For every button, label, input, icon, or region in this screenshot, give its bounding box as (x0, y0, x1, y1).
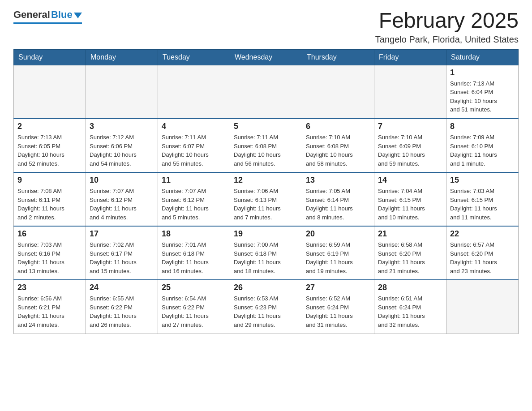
day-number: 20 (306, 229, 370, 239)
day-number: 7 (378, 122, 442, 131)
day-number: 27 (306, 283, 370, 292)
day-info: Sunrise: 7:13 AMSunset: 6:05 PMDaylight:… (17, 133, 82, 168)
day-info: Sunrise: 7:02 AMSunset: 6:17 PMDaylight:… (90, 240, 154, 275)
calendar-cell (14, 65, 86, 119)
calendar-cell: 6Sunrise: 7:10 AMSunset: 6:08 PMDaylight… (302, 119, 374, 172)
logo-triangle-icon (74, 13, 82, 18)
calendar-week-row: 23Sunrise: 6:56 AMSunset: 6:21 PMDayligh… (14, 280, 519, 334)
calendar-cell: 19Sunrise: 7:00 AMSunset: 6:18 PMDayligh… (230, 226, 302, 280)
calendar-cell: 23Sunrise: 6:56 AMSunset: 6:21 PMDayligh… (14, 280, 86, 334)
day-number: 19 (234, 229, 298, 239)
day-number: 10 (90, 176, 154, 185)
day-info: Sunrise: 6:54 AMSunset: 6:22 PMDaylight:… (162, 294, 226, 329)
day-info: Sunrise: 7:08 AMSunset: 6:11 PMDaylight:… (17, 187, 82, 222)
calendar-week-row: 1Sunrise: 7:13 AMSunset: 6:04 PMDaylight… (14, 65, 519, 119)
day-info: Sunrise: 7:11 AMSunset: 6:07 PMDaylight:… (162, 133, 226, 168)
calendar-cell: 9Sunrise: 7:08 AMSunset: 6:11 PMDaylight… (14, 172, 86, 226)
weekday-header-wednesday: Wednesday (230, 49, 302, 65)
calendar-cell: 22Sunrise: 6:57 AMSunset: 6:20 PMDayligh… (446, 226, 519, 280)
calendar-week-row: 2Sunrise: 7:13 AMSunset: 6:05 PMDaylight… (14, 119, 519, 172)
calendar-cell (302, 65, 374, 119)
day-number: 16 (17, 229, 82, 239)
calendar-cell: 27Sunrise: 6:52 AMSunset: 6:24 PMDayligh… (302, 280, 374, 334)
logo-general-text: General (13, 9, 50, 21)
day-number: 1 (450, 68, 515, 77)
day-number: 17 (90, 229, 154, 239)
logo-underline (13, 22, 82, 24)
day-info: Sunrise: 7:05 AMSunset: 6:14 PMDaylight:… (306, 187, 370, 222)
day-info: Sunrise: 7:06 AMSunset: 6:13 PMDaylight:… (234, 187, 298, 222)
calendar-cell: 14Sunrise: 7:04 AMSunset: 6:15 PMDayligh… (374, 172, 446, 226)
day-number: 14 (378, 176, 442, 185)
calendar-week-row: 16Sunrise: 7:03 AMSunset: 6:16 PMDayligh… (14, 226, 519, 280)
weekday-header-saturday: Saturday (446, 49, 519, 65)
calendar-cell: 4Sunrise: 7:11 AMSunset: 6:07 PMDaylight… (158, 119, 230, 172)
calendar-cell (158, 65, 230, 119)
weekday-header-friday: Friday (374, 49, 446, 65)
day-info: Sunrise: 7:04 AMSunset: 6:15 PMDaylight:… (378, 187, 442, 222)
day-info: Sunrise: 7:12 AMSunset: 6:06 PMDaylight:… (90, 133, 154, 168)
day-info: Sunrise: 6:56 AMSunset: 6:21 PMDaylight:… (17, 294, 82, 329)
logo-blue-text: Blue (51, 9, 73, 21)
day-number: 4 (162, 122, 226, 131)
day-number: 3 (90, 122, 154, 131)
calendar-cell: 5Sunrise: 7:11 AMSunset: 6:08 PMDaylight… (230, 119, 302, 172)
calendar-cell (86, 65, 158, 119)
calendar-cell: 25Sunrise: 6:54 AMSunset: 6:22 PMDayligh… (158, 280, 230, 334)
calendar-cell: 16Sunrise: 7:03 AMSunset: 6:16 PMDayligh… (14, 226, 86, 280)
day-number: 26 (234, 283, 298, 292)
calendar-cell: 10Sunrise: 7:07 AMSunset: 6:12 PMDayligh… (86, 172, 158, 226)
calendar-cell: 7Sunrise: 7:10 AMSunset: 6:09 PMDaylight… (374, 119, 446, 172)
day-number: 21 (378, 229, 442, 239)
day-number: 6 (306, 122, 370, 131)
calendar-cell: 2Sunrise: 7:13 AMSunset: 6:05 PMDaylight… (14, 119, 86, 172)
calendar-cell: 13Sunrise: 7:05 AMSunset: 6:14 PMDayligh… (302, 172, 374, 226)
day-info: Sunrise: 7:00 AMSunset: 6:18 PMDaylight:… (234, 240, 298, 275)
day-number: 15 (450, 176, 515, 185)
calendar-cell: 12Sunrise: 7:06 AMSunset: 6:13 PMDayligh… (230, 172, 302, 226)
day-number: 5 (234, 122, 298, 131)
day-number: 24 (90, 283, 154, 292)
day-info: Sunrise: 7:09 AMSunset: 6:10 PMDaylight:… (450, 133, 515, 168)
day-info: Sunrise: 7:07 AMSunset: 6:12 PMDaylight:… (162, 187, 226, 222)
calendar-table: SundayMondayTuesdayWednesdayThursdayFrid… (13, 49, 519, 334)
day-number: 22 (450, 229, 515, 239)
day-info: Sunrise: 7:03 AMSunset: 6:16 PMDaylight:… (17, 240, 82, 275)
calendar-cell (230, 65, 302, 119)
calendar-cell: 3Sunrise: 7:12 AMSunset: 6:06 PMDaylight… (86, 119, 158, 172)
title-block: February 2025 Tangelo Park, Florida, Uni… (375, 9, 519, 45)
calendar-cell (374, 65, 446, 119)
weekday-header-tuesday: Tuesday (158, 49, 230, 65)
day-number: 25 (162, 283, 226, 292)
calendar-cell: 15Sunrise: 7:03 AMSunset: 6:15 PMDayligh… (446, 172, 519, 226)
day-number: 9 (17, 176, 82, 185)
day-info: Sunrise: 7:07 AMSunset: 6:12 PMDaylight:… (90, 187, 154, 222)
day-info: Sunrise: 7:03 AMSunset: 6:15 PMDaylight:… (450, 187, 515, 222)
calendar-subtitle: Tangelo Park, Florida, United States (375, 34, 519, 45)
weekday-header-sunday: Sunday (14, 49, 86, 65)
day-info: Sunrise: 6:52 AMSunset: 6:24 PMDaylight:… (306, 294, 370, 329)
weekday-header-row: SundayMondayTuesdayWednesdayThursdayFrid… (14, 49, 519, 65)
calendar-cell: 21Sunrise: 6:58 AMSunset: 6:20 PMDayligh… (374, 226, 446, 280)
day-info: Sunrise: 7:01 AMSunset: 6:18 PMDaylight:… (162, 240, 226, 275)
weekday-header-thursday: Thursday (302, 49, 374, 65)
day-info: Sunrise: 6:57 AMSunset: 6:20 PMDaylight:… (450, 240, 515, 275)
day-info: Sunrise: 6:55 AMSunset: 6:22 PMDaylight:… (90, 294, 154, 329)
calendar-cell: 24Sunrise: 6:55 AMSunset: 6:22 PMDayligh… (86, 280, 158, 334)
calendar-title: February 2025 (375, 9, 519, 33)
day-number: 28 (378, 283, 442, 292)
day-number: 8 (450, 122, 515, 131)
day-info: Sunrise: 7:10 AMSunset: 6:08 PMDaylight:… (306, 133, 370, 168)
day-info: Sunrise: 6:53 AMSunset: 6:23 PMDaylight:… (234, 294, 298, 329)
logo: General Blue (13, 9, 82, 24)
day-number: 12 (234, 176, 298, 185)
day-info: Sunrise: 6:59 AMSunset: 6:19 PMDaylight:… (306, 240, 370, 275)
calendar-cell: 28Sunrise: 6:51 AMSunset: 6:24 PMDayligh… (374, 280, 446, 334)
calendar-cell: 11Sunrise: 7:07 AMSunset: 6:12 PMDayligh… (158, 172, 230, 226)
day-number: 23 (17, 283, 82, 292)
day-number: 11 (162, 176, 226, 185)
calendar-cell: 1Sunrise: 7:13 AMSunset: 6:04 PMDaylight… (446, 65, 519, 119)
day-info: Sunrise: 6:51 AMSunset: 6:24 PMDaylight:… (378, 294, 442, 329)
day-info: Sunrise: 7:13 AMSunset: 6:04 PMDaylight:… (450, 79, 515, 114)
day-number: 13 (306, 176, 370, 185)
